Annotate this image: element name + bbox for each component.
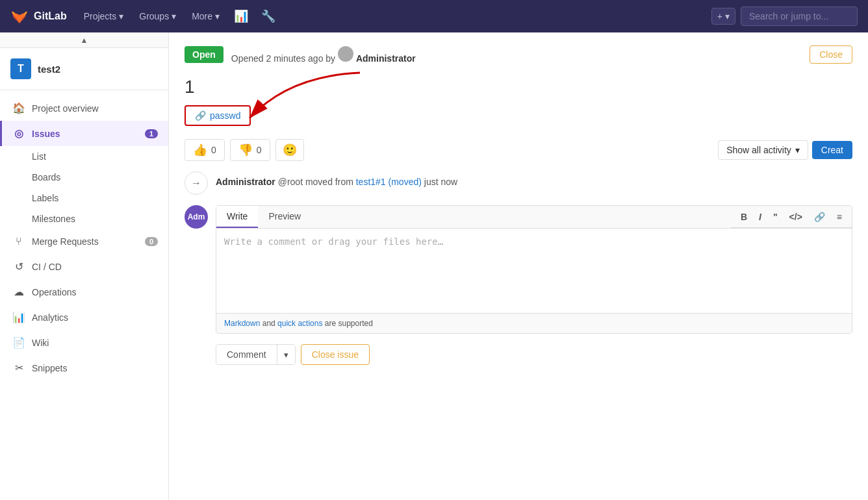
issues-badge: 1	[145, 129, 158, 138]
project-name[interactable]: test2	[38, 64, 60, 75]
sidebar-item-merge-requests[interactable]: ⑂ Merge Requests 0	[0, 229, 168, 254]
issues-subnav: List Boards Labels Milestones	[0, 146, 168, 229]
chevron-down-icon: ▾	[172, 11, 176, 21]
topnav-right: + ▾	[711, 6, 858, 26]
groups-menu[interactable]: Groups ▾	[133, 7, 183, 25]
project-header: T test2	[0, 48, 168, 90]
sidebar-scroll-up[interactable]: ▲	[0, 32, 168, 48]
tab-write[interactable]: Write	[216, 206, 258, 228]
operations-icon: ☁	[12, 286, 25, 298]
markdown-link[interactable]: Markdown	[224, 319, 260, 328]
main-content: Open Opened 2 minutes ago by Administrat…	[169, 32, 868, 500]
snippets-icon: ✂	[12, 362, 25, 374]
create-button[interactable]: Creat	[812, 141, 852, 159]
emoji-button[interactable]: 🙂	[275, 139, 304, 161]
close-issue-top-button[interactable]: Close	[810, 45, 852, 64]
editor-footer: Markdown and quick actions are supported	[216, 313, 852, 333]
author-avatar	[338, 46, 353, 62]
sidebar-item-issues[interactable]: ◎ Issues 1	[0, 121, 168, 146]
tab-preview[interactable]: Preview	[258, 206, 311, 228]
sidebar-item-list[interactable]: List	[0, 146, 168, 167]
passwd-tag[interactable]: 🔗 passwd	[185, 105, 251, 126]
sidebar-item-wiki[interactable]: 📄 Wiki	[0, 330, 168, 355]
comment-input[interactable]: Write a comment or drag your files here…	[216, 229, 852, 313]
issue-status-bar: Open Opened 2 minutes ago by Administrat…	[185, 45, 852, 64]
project-avatar: T	[10, 58, 31, 79]
activity-item: → Administrator @root moved from test1#1…	[185, 171, 852, 195]
thumbs-up-button[interactable]: 👍 0	[185, 139, 225, 161]
comment-split-button: Comment ▾	[216, 344, 296, 365]
sidebar: ▲ T test2 🏠 Project overview ◎ Issues 1	[0, 32, 169, 500]
chevron-down-icon: ▾	[725, 11, 730, 21]
comment-dropdown-arrow[interactable]: ▾	[277, 345, 295, 364]
wiki-icon: 📄	[12, 336, 25, 349]
reactions-bar: 👍 0 👎 0 🙂 Show all activity ▾ Creat	[185, 139, 852, 161]
merge-requests-icon: ⑂	[12, 236, 25, 247]
activity-move-icon: →	[185, 171, 208, 195]
status-badge: Open	[185, 46, 223, 63]
sidebar-item-boards[interactable]: Boards	[0, 167, 168, 188]
more-menu[interactable]: More ▾	[185, 7, 226, 25]
topnav-links: Projects ▾ Groups ▾ More ▾ 📊 🔧	[77, 6, 281, 26]
chevron-down-icon: ▾	[795, 145, 800, 155]
gitlab-text: GitLab	[34, 10, 67, 22]
gitlab-logo[interactable]: GitLab	[10, 7, 67, 25]
comment-avatar: Adm	[185, 205, 208, 229]
projects-menu[interactable]: Projects ▾	[77, 7, 131, 25]
chevron-down-icon: ▾	[119, 11, 123, 21]
thumbs-down-button[interactable]: 👎 0	[230, 139, 270, 161]
top-navigation: GitLab Projects ▾ Groups ▾ More ▾ 📊 🔧 + …	[0, 0, 868, 32]
editor-box: Write Preview B I " </> 🔗 ≡ Write a comm…	[216, 205, 852, 334]
link-tool[interactable]: 🔗	[810, 209, 830, 225]
thumbs-up-icon: 👍	[193, 143, 207, 157]
sidebar-item-labels[interactable]: Labels	[0, 188, 168, 208]
quick-actions-link[interactable]: quick actions	[277, 319, 322, 328]
sidebar-item-milestones[interactable]: Milestones	[0, 208, 168, 229]
activity-text: Administrator @root moved from test1#1 (…	[216, 171, 457, 187]
create-new-button[interactable]: + ▾	[711, 8, 735, 25]
show-activity-dropdown[interactable]: Show all activity ▾	[718, 140, 808, 160]
sidebar-item-project-overview[interactable]: 🏠 Project overview	[0, 95, 168, 121]
bold-tool[interactable]: B	[736, 209, 752, 225]
sidebar-item-analytics[interactable]: 📊 Analytics	[0, 305, 168, 330]
merge-requests-badge: 0	[145, 237, 158, 246]
close-issue-button[interactable]: Close issue	[301, 344, 370, 365]
comment-button[interactable]: Comment	[216, 345, 277, 364]
italic-tool[interactable]: I	[754, 209, 766, 225]
issue-number: 1	[185, 77, 852, 97]
home-icon: 🏠	[12, 102, 25, 114]
issues-icon: ◎	[12, 127, 25, 140]
moved-from-link[interactable]: test1#1 (moved)	[356, 177, 422, 187]
ci-cd-icon: ↺	[12, 260, 25, 273]
code-tool[interactable]: </>	[785, 209, 807, 225]
editor-tabs: Write Preview B I " </> 🔗 ≡	[216, 206, 852, 229]
thumbs-down-icon: 👎	[238, 143, 253, 157]
bar-chart-icon[interactable]: 📊	[229, 6, 253, 26]
show-activity-area: Show all activity ▾ Creat	[718, 140, 852, 160]
sidebar-nav: 🏠 Project overview ◎ Issues 1 List Board…	[0, 90, 168, 386]
analytics-icon: 📊	[12, 311, 25, 323]
quote-tool[interactable]: "	[769, 209, 782, 225]
comment-editor: Adm Write Preview B I " </> 🔗 ≡	[185, 205, 852, 334]
search-input[interactable]	[741, 6, 858, 26]
issue-meta: Opened 2 minutes ago by Administrator	[231, 46, 416, 64]
list-tool[interactable]: ≡	[832, 209, 847, 225]
sidebar-item-snippets[interactable]: ✂ Snippets	[0, 355, 168, 381]
link-icon: 🔗	[195, 110, 206, 121]
wrench-icon[interactable]: 🔧	[256, 6, 281, 26]
chevron-down-icon: ▾	[215, 11, 220, 21]
editor-toolbar: B I " </> 🔗 ≡	[731, 206, 852, 228]
gitlab-fox-icon	[10, 7, 29, 25]
sidebar-item-ci-cd[interactable]: ↺ CI / CD	[0, 254, 168, 279]
comment-actions: Comment ▾ Close issue	[216, 344, 852, 365]
sidebar-item-operations[interactable]: ☁ Operations	[0, 279, 168, 305]
